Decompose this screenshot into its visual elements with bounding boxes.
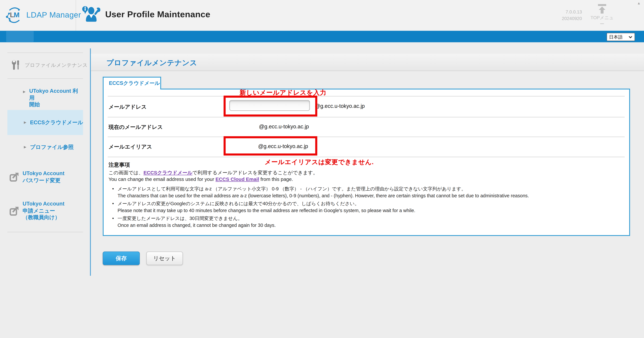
sidebar-item-label: UTokyo Account (22, 201, 64, 207)
sidebar-divider (8, 78, 83, 79)
title-block: User Profile Maintenance (82, 5, 210, 23)
content-heading: プロファイルメンテナンス (106, 58, 197, 68)
chevron-down-icon (628, 35, 632, 38)
list-item: メールアドレスの変更がGoogleのシステムに反映されるには最大で40分かかるの… (118, 200, 619, 214)
top-menu-button[interactable]: TOPメニュー (590, 4, 615, 27)
logo-text: LDAP Manager (26, 11, 81, 20)
sidebar-section-label: プロファイルメンテナンス (25, 62, 88, 69)
sidebar-item-profile-reference[interactable]: ▶ プロファイル参照 (24, 144, 74, 151)
save-button[interactable]: 保存 (103, 251, 140, 265)
nav-active-tab[interactable] (6, 31, 34, 42)
reset-button[interactable]: リセット (146, 251, 183, 265)
sidebar-item-label: UTokyo Account (22, 170, 64, 176)
triangle-bullet-icon: ▶ (23, 90, 26, 108)
row-separator (108, 137, 625, 137)
sidebar-item-eccs-cloud-mail[interactable]: ▶ ECCSクラウドメール (24, 119, 83, 126)
sidebar-item-label: （教職員向け） (22, 214, 60, 220)
app-logo[interactable]: LM LDAP Manager (5, 6, 81, 24)
tools-icon (11, 60, 20, 71)
current-mail-address-label: 現在のメールアドレス (108, 124, 163, 131)
mail-address-label: メールアドレス (108, 103, 147, 111)
ldap-manager-logo-icon: LM (5, 6, 23, 24)
row-separator (108, 117, 625, 117)
mail-domain-suffix: @g.ecc.u-tokyo.ac.jp (315, 103, 365, 109)
header: LM LDAP Manager User Profile Maintenanc (0, 0, 644, 31)
eccs-cloud-mail-link[interactable]: ECCSクラウドメール (144, 170, 192, 176)
user-profile-icon (82, 5, 100, 23)
build-date: 20240920 (548, 15, 582, 22)
sidebar-item-password-change[interactable]: UTokyo Account パスワード変更 (9, 170, 64, 184)
triangle-bullet-icon: ▶ (24, 145, 26, 151)
top-menu-label: TOPメニュー (590, 15, 614, 26)
list-item: 一度変更したメールアドレスは、30日間変更できません。 Once an emai… (118, 215, 619, 228)
annotation-box-mail-address (224, 96, 317, 116)
sidebar-main-separator (90, 48, 91, 276)
app-root: LM LDAP Manager User Profile Maintenanc (0, 0, 644, 338)
sidebar-item-label: 開始 (29, 101, 40, 107)
language-select[interactable]: 日本語 (607, 33, 635, 41)
page-title: User Profile Maintenance (105, 9, 210, 19)
annotation-new-address: 新しいメールアドレスを入力 (240, 89, 326, 97)
notes-heading: 注意事項 (108, 161, 130, 169)
top-arrow-icon (597, 4, 608, 14)
external-link-icon (9, 172, 19, 182)
sidebar-item-label: ECCSクラウドメール (30, 119, 83, 126)
notes-bullet-list: メールアドレスとして利用可能な文字は a-z （アルファベット小文字） 0-9 … (118, 185, 619, 230)
row-separator (108, 157, 625, 157)
mail-alias-label: メールエイリアス (108, 143, 152, 151)
sidebar-item-label: 申請メニュー (22, 207, 55, 214)
logo-letters: LM (10, 11, 19, 19)
current-mail-address-value: @g.ecc.u-tokyo.ac.jp (259, 124, 309, 130)
sidebar-section-profile-maintenance: プロファイルメンテナンス (11, 60, 88, 71)
sidebar-item-utokyo-account-start[interactable]: ▶ UTokyo Account 利用 開始 (23, 88, 83, 108)
notes-line-jp: この画面では、ECCSクラウドメールで利用するメールアドレスを変更することができ… (108, 169, 318, 176)
sidebar-item-label: UTokyo Account 利用 (29, 88, 78, 101)
sidebar-divider (8, 52, 83, 53)
sidebar-divider (8, 232, 83, 232)
eccs-cloud-email-link[interactable]: ECCS Cloud Email (216, 176, 259, 182)
version-info: 7.0.0.13 20240920 (548, 8, 582, 22)
sidebar-item-label: パスワード変更 (22, 177, 60, 183)
external-link-icon (9, 206, 19, 216)
sidebar-item-application-menu[interactable]: UTokyo Account 申請メニュー （教職員向け） (9, 201, 64, 221)
version-number: 7.0.0.13 (548, 8, 582, 15)
language-selected: 日本語 (609, 34, 623, 40)
list-item: メールアドレスとして利用可能な文字は a-z （アルファベット小文字） 0-9 … (118, 185, 619, 199)
annotation-box-mail-alias (224, 136, 317, 156)
scroll-up-icon[interactable]: ▲ (637, 1, 641, 5)
notes-line-en: You can change the email address used fo… (108, 176, 293, 182)
annotation-alias-unchangeable: メールエイリアスは変更できません. (265, 158, 374, 167)
triangle-bullet-icon: ▶ (24, 121, 26, 126)
tab-eccs-cloud-mail[interactable]: ECCSクラウドメール (103, 77, 161, 89)
sidebar-item-label: プロファイル参照 (30, 144, 74, 151)
nav-bar (0, 31, 644, 42)
row-separator (108, 96, 625, 96)
